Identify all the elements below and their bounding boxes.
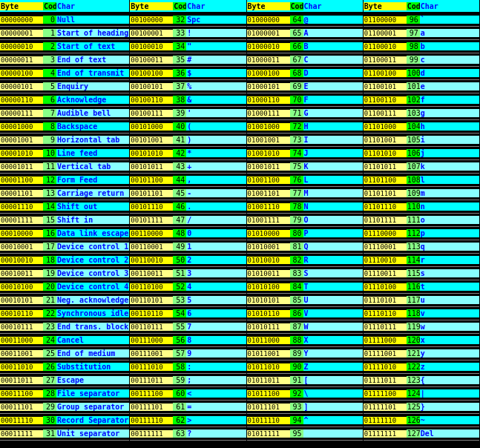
cell-char: k xyxy=(420,162,479,171)
cell-code: 113 xyxy=(407,243,420,251)
cell-char: 8 xyxy=(186,336,246,344)
cell-code: 121 xyxy=(407,349,420,358)
cell-byte: 00010111 xyxy=(0,323,43,331)
cell-byte: 00000010 xyxy=(0,43,43,50)
cell-byte: 01110100 xyxy=(364,283,407,291)
cell-byte: 01010010 xyxy=(247,257,290,264)
cell-code: 107 xyxy=(407,162,420,171)
cell-char: + xyxy=(186,162,246,171)
cell-code: 36 xyxy=(173,69,186,77)
cell-code: 101 xyxy=(407,82,420,90)
cell-code: 102 xyxy=(407,96,420,104)
cell-code: 126 xyxy=(407,416,420,424)
cell-char: p xyxy=(420,229,479,237)
cell-code: 88 xyxy=(290,336,303,344)
cell-code: 105 xyxy=(407,136,420,144)
cell-code: 35 xyxy=(173,56,186,64)
cell-byte: 00010011 xyxy=(0,270,43,277)
cell-char: F xyxy=(303,96,363,104)
table-row: 0001111131Unit separator xyxy=(0,427,129,441)
cell-code: 54 xyxy=(173,309,186,317)
cell-char: u xyxy=(420,296,479,304)
cell-byte: 01000110 xyxy=(247,96,290,104)
cell-char: _ xyxy=(303,429,363,438)
table-row: 0101100189Y xyxy=(247,347,363,360)
table-row: 0101010185U xyxy=(247,294,363,307)
cell-code: 71 xyxy=(290,109,303,117)
table-row: 01111110126~ xyxy=(364,414,479,427)
cell-code: 32 xyxy=(173,16,186,24)
cell-byte: 00101000 xyxy=(130,123,173,131)
table-row: 00110011513 xyxy=(130,267,246,280)
cell-char: m xyxy=(420,189,479,197)
cell-byte: 00100100 xyxy=(130,70,173,77)
table-row: 0100110177M xyxy=(247,187,363,200)
cell-code: 108 xyxy=(407,176,420,184)
table-row: 01111010122z xyxy=(364,360,479,374)
cell-char: Device control 4 xyxy=(56,283,129,291)
cell-code: 33 xyxy=(173,29,186,37)
cell-code: 25 xyxy=(43,349,56,358)
cell-byte: 01011001 xyxy=(247,350,290,358)
cell-code: 47 xyxy=(173,216,186,224)
cell-byte: 01011011 xyxy=(247,377,290,384)
cell-char: End of text xyxy=(56,56,129,64)
table-row: 0000111014Shift out xyxy=(0,200,129,214)
table-row: 0100001066B xyxy=(247,40,363,53)
cell-code: 75 xyxy=(290,162,303,171)
cell-char: ' xyxy=(186,109,246,117)
table-row: 0001110028File separator xyxy=(0,387,129,401)
cell-char: 7 xyxy=(186,323,246,331)
cell-code: 79 xyxy=(290,216,303,224)
cell-byte: 01110111 xyxy=(364,323,407,331)
table-header: ByteCodChar xyxy=(130,0,246,13)
cell-code: 49 xyxy=(173,243,186,251)
section-3: ByteCodChar0110000096`0110000197a0110001… xyxy=(364,0,480,441)
cell-code: 15 xyxy=(43,216,56,224)
cell-code: 123 xyxy=(407,376,420,384)
cell-code: 55 xyxy=(173,323,186,331)
cell-char: Horizontal tab xyxy=(56,136,129,144)
cell-char: 3 xyxy=(186,269,246,277)
cell-char: 2 xyxy=(186,256,246,264)
cell-char: - xyxy=(186,189,246,197)
table-row: 01110110118v xyxy=(364,307,479,320)
table-row: 0010100141) xyxy=(130,134,246,147)
cell-code: 2 xyxy=(43,42,56,50)
cell-code: 72 xyxy=(290,122,303,131)
cell-code: 18 xyxy=(43,256,56,264)
cell-byte: 00001111 xyxy=(0,217,43,224)
cell-byte: 00111101 xyxy=(130,403,173,411)
table-row: 0001010121Neg. acknowledge xyxy=(0,294,129,307)
cell-char: < xyxy=(186,389,246,398)
table-row: 0100000165A xyxy=(247,27,363,40)
table-row: 0001000016Data link escape xyxy=(0,227,129,240)
cell-code: 68 xyxy=(290,69,303,77)
table-row: 01100100100d xyxy=(364,67,479,80)
table-row: 0101111195_ xyxy=(247,427,363,441)
cell-char: o xyxy=(420,216,479,224)
cell-byte: 00011101 xyxy=(0,403,43,411)
cell-code: 14 xyxy=(43,202,56,211)
cell-code: 116 xyxy=(407,283,420,291)
cell-char: R xyxy=(303,256,363,264)
cell-code: 11 xyxy=(43,162,56,171)
header-code: Cod xyxy=(290,2,303,10)
cell-byte: 01111011 xyxy=(364,377,407,384)
header-byte: Byte xyxy=(0,2,43,10)
table-row: 01110101117u xyxy=(364,294,479,307)
cell-byte: 01001100 xyxy=(247,177,290,184)
cell-code: 87 xyxy=(290,323,303,331)
table-row: 0100101175K xyxy=(247,160,363,174)
cell-char: y xyxy=(420,349,479,358)
cell-code: 51 xyxy=(173,269,186,277)
table-row: 01100111103g xyxy=(364,107,479,120)
table-row: 000001015Enquiry xyxy=(0,80,129,93)
cell-byte: 00001000 xyxy=(0,123,43,131)
cell-code: 100 xyxy=(407,69,420,77)
cell-byte: 01000001 xyxy=(247,30,290,37)
cell-byte: 00101001 xyxy=(130,136,173,144)
cell-code: 77 xyxy=(290,189,303,197)
cell-byte: 01011111 xyxy=(247,430,290,438)
table-row: 0010010137% xyxy=(130,80,246,93)
